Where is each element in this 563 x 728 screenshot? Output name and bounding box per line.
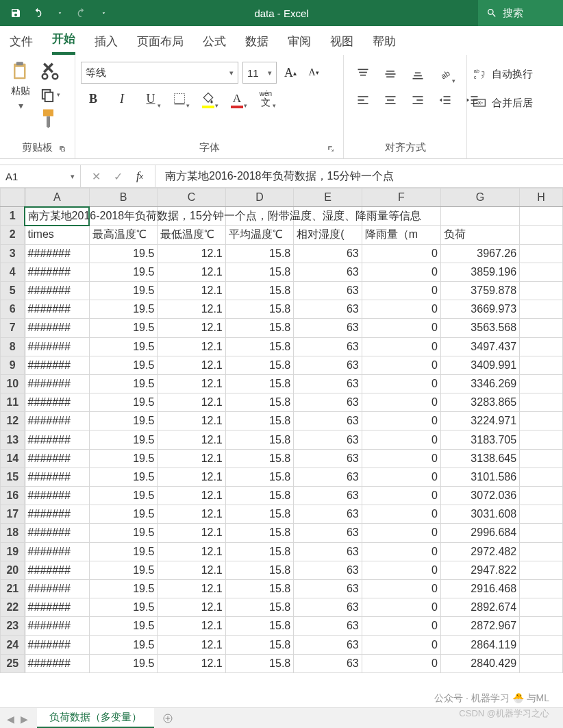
- cell-H7[interactable]: [520, 319, 563, 337]
- cell-H20[interactable]: [520, 561, 563, 579]
- merge-center-button[interactable]: 合并后居: [473, 90, 533, 115]
- cell-B20[interactable]: 19.5: [89, 561, 157, 579]
- cell-A22[interactable]: #######: [25, 598, 89, 617]
- tab-help[interactable]: 帮助: [373, 34, 396, 55]
- cell-D25[interactable]: 15.8: [225, 654, 293, 672]
- row-header-25[interactable]: 25: [1, 654, 25, 672]
- sheet-tab-active[interactable]: 负荷数据（多变量）: [37, 708, 154, 729]
- font-size-select[interactable]: 11▾: [242, 62, 277, 84]
- row-header-17[interactable]: 17: [1, 505, 25, 524]
- wrap-text-button[interactable]: abc自动换行: [473, 62, 533, 86]
- cell-E14[interactable]: 63: [294, 449, 362, 468]
- cell-E17[interactable]: 63: [294, 505, 362, 524]
- insert-function-button[interactable]: fx: [132, 168, 148, 184]
- cell-E3[interactable]: 63: [294, 244, 362, 263]
- cell-H4[interactable]: [520, 263, 563, 281]
- orientation-button[interactable]: ab▾: [436, 64, 455, 84]
- cell-G22[interactable]: 2892.674: [440, 598, 519, 617]
- cell-D6[interactable]: 15.8: [225, 300, 293, 319]
- cell-F18[interactable]: 0: [362, 524, 440, 542]
- align-middle-button[interactable]: [381, 64, 400, 84]
- cell-C15[interactable]: 12.1: [158, 468, 225, 486]
- cell-H13[interactable]: [520, 430, 563, 449]
- phonetic-button[interactable]: wén文▾: [256, 89, 275, 108]
- cell-D12[interactable]: 15.8: [225, 412, 293, 430]
- align-center-button[interactable]: [381, 90, 400, 110]
- cell-F16[interactable]: 0: [362, 487, 440, 505]
- cell-F17[interactable]: 0: [362, 505, 440, 524]
- cell-G7[interactable]: 3563.568: [440, 319, 519, 337]
- cell-A6[interactable]: #######: [25, 300, 89, 319]
- row-header-5[interactable]: 5: [1, 281, 25, 300]
- cancel-formula-button[interactable]: ✕: [88, 168, 104, 184]
- row-header-2[interactable]: 2: [1, 226, 25, 244]
- cell-A1[interactable]: 南方某地2016-2018年负荷数据，15分钟一个点，附带温度、湿度、降雨量等信…: [25, 207, 89, 226]
- cell-C20[interactable]: 12.1: [158, 561, 225, 579]
- cell-H18[interactable]: [520, 524, 563, 542]
- cell-G1[interactable]: [440, 207, 519, 226]
- row-header-13[interactable]: 13: [1, 430, 25, 449]
- cell-E8[interactable]: 63: [294, 337, 362, 356]
- sheet-nav-prev[interactable]: ◀: [7, 714, 16, 723]
- underline-button[interactable]: U▾: [141, 89, 160, 108]
- cell-A18[interactable]: #######: [25, 524, 89, 542]
- cell-G10[interactable]: 3346.269: [440, 374, 519, 393]
- clipboard-launcher[interactable]: [57, 143, 68, 154]
- cell-A19[interactable]: #######: [25, 542, 89, 561]
- align-top-button[interactable]: [353, 64, 373, 84]
- cell-F3[interactable]: 0: [362, 244, 440, 263]
- cell-B24[interactable]: 19.5: [89, 635, 157, 654]
- cell-E25[interactable]: 63: [294, 654, 362, 672]
- cell-A4[interactable]: #######: [25, 263, 89, 281]
- search-box[interactable]: 搜索: [478, 0, 563, 26]
- cell-E21[interactable]: 63: [294, 579, 362, 598]
- cell-F20[interactable]: 0: [362, 561, 440, 579]
- cell-B12[interactable]: 19.5: [89, 412, 157, 430]
- cell-F11[interactable]: 0: [362, 393, 440, 412]
- cell-G16[interactable]: 3072.036: [440, 487, 519, 505]
- cell-F25[interactable]: 0: [362, 654, 440, 672]
- undo-dropdown-icon[interactable]: [52, 5, 67, 21]
- tab-data[interactable]: 数据: [245, 34, 268, 55]
- cell-A20[interactable]: #######: [25, 561, 89, 579]
- cell-F5[interactable]: 0: [362, 281, 440, 300]
- format-painter-button[interactable]: [40, 108, 60, 128]
- cell-F22[interactable]: 0: [362, 598, 440, 617]
- cell-D21[interactable]: 15.8: [225, 579, 293, 598]
- undo-icon[interactable]: [30, 5, 45, 21]
- cell-E7[interactable]: 63: [294, 319, 362, 337]
- cell-C18[interactable]: 12.1: [158, 524, 225, 542]
- cell-D18[interactable]: 15.8: [225, 524, 293, 542]
- cell-F13[interactable]: 0: [362, 430, 440, 449]
- cell-G23[interactable]: 2872.967: [440, 617, 519, 635]
- cell-E13[interactable]: 63: [294, 430, 362, 449]
- cell-B8[interactable]: 19.5: [89, 337, 157, 356]
- cell-E24[interactable]: 63: [294, 635, 362, 654]
- cell-A15[interactable]: #######: [25, 468, 89, 486]
- cell-E22[interactable]: 63: [294, 598, 362, 617]
- row-header-18[interactable]: 18: [1, 524, 25, 542]
- tab-layout[interactable]: 页面布局: [137, 34, 184, 55]
- cell-A25[interactable]: #######: [25, 654, 89, 672]
- cell-B17[interactable]: 19.5: [89, 505, 157, 524]
- cell-F4[interactable]: 0: [362, 263, 440, 281]
- tab-insert[interactable]: 插入: [95, 34, 118, 55]
- cell-A7[interactable]: #######: [25, 319, 89, 337]
- col-header-G[interactable]: G: [440, 189, 519, 207]
- cell-E15[interactable]: 63: [294, 468, 362, 486]
- name-box[interactable]: A1▾: [0, 165, 81, 187]
- cell-H17[interactable]: [520, 505, 563, 524]
- cell-D11[interactable]: 15.8: [225, 393, 293, 412]
- row-header-22[interactable]: 22: [1, 598, 25, 617]
- cell-A2[interactable]: times: [25, 226, 89, 244]
- cell-B10[interactable]: 19.5: [89, 374, 157, 393]
- copy-button[interactable]: ▾: [40, 85, 60, 104]
- decrease-font-button[interactable]: A▾: [304, 63, 323, 82]
- cell-H3[interactable]: [520, 244, 563, 263]
- cell-C21[interactable]: 12.1: [158, 579, 225, 598]
- row-header-10[interactable]: 10: [1, 374, 25, 393]
- enter-formula-button[interactable]: ✓: [110, 168, 126, 184]
- cell-C8[interactable]: 12.1: [158, 337, 225, 356]
- row-header-6[interactable]: 6: [1, 300, 25, 319]
- cell-B22[interactable]: 19.5: [89, 598, 157, 617]
